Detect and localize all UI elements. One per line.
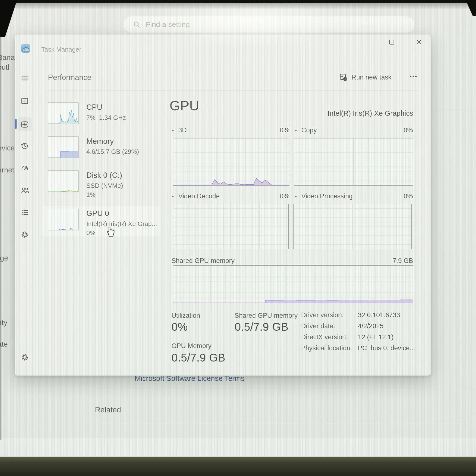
chart-label: Video Processing <box>301 192 353 200</box>
settings-fragment: ate <box>0 340 8 348</box>
minimize-icon <box>363 42 369 42</box>
related-heading: Related <box>95 406 121 414</box>
find-setting-search[interactable]: Find a setting <box>123 16 415 33</box>
task-manager-icon <box>21 44 30 52</box>
gpu-name: Intel(R) Iris(R) Xe Grap... <box>86 220 157 228</box>
shared-memory-label: Shared GPU memory <box>171 257 235 265</box>
card-divider <box>97 388 476 388</box>
chart-header-video-processing[interactable]: Video Processing <box>294 192 353 200</box>
chart-header-3d[interactable]: 3D <box>171 126 187 134</box>
chevron-down-icon <box>294 194 298 199</box>
taskbar: Search ∞ <box>0 438 476 459</box>
chart-label: Copy <box>301 126 317 134</box>
chart-label: 3D <box>178 126 187 134</box>
gpu-adapter-name: Intel(R) Iris(R) Xe Graphics <box>235 109 413 118</box>
page-title: Performance <box>48 73 91 82</box>
find-setting-placeholder: Find a setting <box>146 20 190 29</box>
task-manager-window: Task Manager ✕ Performance Run new task … <box>15 34 431 376</box>
gpu-history-chart <box>48 209 79 230</box>
app-history-icon[interactable] <box>20 142 29 151</box>
memory-stats: 4.6/15.7 GB (29%) <box>86 147 139 156</box>
disk-type: SSD (NVMe) <box>86 181 123 190</box>
driver-version-label: Driver version: <box>301 311 344 319</box>
shared-gpu-memory-value: 0.5/7.9 GB <box>235 320 289 333</box>
driver-date-value: 4/2/2025 <box>358 323 384 330</box>
card-divider <box>430 249 476 249</box>
driver-date-label: Driver date: <box>301 323 335 330</box>
disk-title: Disk 0 (C:) <box>86 171 123 180</box>
gpu-video-processing-chart <box>293 204 412 249</box>
gpu-page-title: GPU <box>170 98 199 114</box>
performance-icon[interactable] <box>20 120 29 129</box>
cpu-panel-row[interactable]: CPU 7% 1.34 GHz <box>48 102 164 124</box>
disk-usage: 1% <box>86 190 123 199</box>
settings-fragment: ernet <box>0 166 14 174</box>
chart-label: Video Decode <box>178 192 220 200</box>
details-icon[interactable] <box>20 208 29 217</box>
services-icon[interactable] <box>20 230 29 239</box>
bezel-bottom <box>0 457 476 476</box>
run-new-task-button[interactable]: Run new task <box>339 73 391 82</box>
shared-memory-chart <box>173 265 413 303</box>
chart-value-video-processing: 0% <box>382 192 413 200</box>
memory-panel-row[interactable]: Memory 4.6/15.7 GB (29%) <box>48 136 164 158</box>
cpu-title: CPU <box>86 103 126 112</box>
directx-version-label: DirectX version: <box>301 333 348 341</box>
shared-memory-max: 7.9 GB <box>357 257 413 265</box>
run-new-task-label: Run new task <box>352 74 391 81</box>
cpu-history-chart <box>48 102 79 124</box>
startup-apps-icon[interactable] <box>20 164 29 172</box>
settings-fragment: evice <box>0 144 15 152</box>
card-divider <box>430 110 476 110</box>
minimize-button[interactable] <box>360 36 372 48</box>
chart-header-video-decode[interactable]: Video Decode <box>171 192 220 200</box>
card-divider <box>97 423 476 424</box>
run-new-task-icon <box>339 73 348 82</box>
chevron-down-icon <box>171 128 175 133</box>
menu-icon[interactable] <box>20 74 29 83</box>
gpu-usage: 0% <box>86 228 157 238</box>
disk-history-chart <box>48 170 79 192</box>
utilization-value: 0% <box>171 320 187 333</box>
users-icon[interactable] <box>20 186 29 195</box>
directx-version-value: 12 (FL 12.1) <box>358 333 393 341</box>
more-options-button[interactable]: ••• <box>410 73 418 80</box>
processes-icon[interactable] <box>20 96 29 105</box>
maximize-icon <box>390 40 394 45</box>
chevron-down-icon <box>171 194 175 199</box>
chart-value-copy: 0% <box>382 126 413 134</box>
close-button[interactable]: ✕ <box>413 36 425 48</box>
gpu-memory-value: 0.5/7.9 GB <box>171 351 225 364</box>
memory-title: Memory <box>86 137 139 146</box>
settings-icon[interactable] <box>20 353 29 362</box>
laptop-photo: Find a setting Bana outl evice ernet ge … <box>0 0 476 476</box>
gpu-video-decode-chart <box>173 204 289 249</box>
header-divider <box>48 90 418 90</box>
gpu-title: GPU 0 <box>86 209 157 218</box>
driver-version-value: 32.0.101.6733 <box>358 311 400 319</box>
settings-fragment: ge <box>0 254 8 262</box>
shared-gpu-memory-label: Shared GPU memory <box>235 312 298 320</box>
selected-indicator <box>15 119 17 129</box>
hand-cursor <box>105 224 117 237</box>
disk-panel-row[interactable]: Disk 0 (C:) SSD (NVMe) 1% <box>48 170 164 199</box>
maximize-button[interactable] <box>386 36 397 48</box>
utilization-label: Utilization <box>171 312 200 320</box>
cpu-stats: 7% 1.34 GHz <box>86 113 126 122</box>
physical-location-value: PCI bus 0, device... <box>358 344 415 352</box>
physical-location-label: Physical location: <box>301 344 352 352</box>
screen: Find a setting Bana outl evice ernet ge … <box>0 2 476 458</box>
settings-fragment: outl <box>0 63 9 71</box>
memory-history-chart <box>48 136 79 158</box>
window-title: Task Manager <box>41 46 81 53</box>
chart-value-video-decode: 0% <box>259 192 289 200</box>
gpu-3d-chart <box>173 138 289 186</box>
settings-fragment: Bana <box>0 53 15 62</box>
gpu-memory-label: GPU Memory <box>171 342 212 350</box>
gpu-copy-chart <box>294 138 413 186</box>
chart-value-3d: 0% <box>259 126 289 134</box>
magnifier-icon <box>133 21 140 28</box>
chart-header-copy[interactable]: Copy <box>294 126 317 134</box>
chevron-down-icon <box>294 128 298 133</box>
settings-fragment: rity <box>0 319 7 327</box>
